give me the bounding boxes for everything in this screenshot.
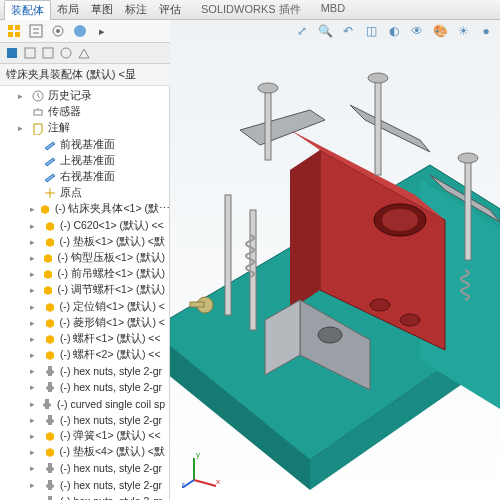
expander-icon[interactable]: ▸ [30, 447, 40, 457]
tree-node[interactable]: ▸(-) 定位销<1> (默认) < [0, 298, 169, 314]
fast-icon [43, 478, 57, 492]
tree-node[interactable]: ▸(-) 钻床夹具体<1> (默⋯ [0, 201, 169, 217]
expander-icon[interactable]: ▸ [30, 463, 40, 473]
part-icon [43, 300, 57, 314]
tree-node[interactable]: ▸(-) 前吊螺栓<1> (默认) [0, 266, 169, 282]
expander-icon[interactable]: ▸ [30, 415, 40, 425]
expander-icon[interactable]: ▸ [30, 318, 40, 328]
assembly-icon[interactable] [6, 23, 22, 39]
tree-node[interactable]: ▸(-) hex nuts, style 2-gr [0, 363, 169, 379]
tree-node[interactable]: ▸(-) 垫板<4> (默认) <默 [0, 444, 169, 460]
svg-point-13 [61, 48, 71, 58]
subtab-tree[interactable] [4, 45, 20, 61]
tree-node-label: (-) C620<1> (默认) << [60, 219, 164, 233]
graphics-viewport[interactable]: ⤢🔍↶◫◐👁🎨☀● [170, 20, 500, 500]
svg-rect-15 [34, 110, 42, 115]
tree-node[interactable]: ▸(-) 钩型压板<1> (默认) [0, 250, 169, 266]
tree-node[interactable]: ▸(-) 弹簧<1> (默认) << [0, 428, 169, 444]
config-icon[interactable] [50, 23, 66, 39]
expander-icon[interactable]: ▸ [18, 123, 28, 133]
tree-node[interactable]: ▸历史记录 [0, 88, 169, 104]
svg-line-47 [194, 480, 216, 486]
svg-rect-39 [375, 80, 381, 175]
tab-SOLIDWORKS 插件[interactable]: SOLIDWORKS 插件 [195, 0, 307, 20]
tab-MBD[interactable]: MBD [315, 0, 351, 20]
expander-icon[interactable]: ▸ [30, 480, 40, 490]
expander-icon[interactable]: ▸ [30, 496, 40, 500]
tree-node[interactable]: ▸(-) C620<1> (默认) << [0, 218, 169, 234]
expander-icon[interactable]: ▸ [30, 253, 38, 263]
tree-node[interactable]: ▸(-) curved single coil sp [0, 396, 169, 412]
tree-node[interactable]: 原点 [0, 185, 169, 201]
part-icon [43, 235, 57, 249]
tree-node-label: (-) hex nuts, style 2-gr [60, 495, 162, 500]
expander-icon[interactable]: ▸ [30, 204, 35, 214]
tree-node[interactable]: ▸(-) hex nuts, style 2-gr [0, 460, 169, 476]
tree-node-label: (-) hex nuts, style 2-gr [60, 381, 162, 393]
tree-node[interactable]: 上视基准面 [0, 153, 169, 169]
svg-marker-26 [290, 150, 320, 310]
tree-node-label: (-) curved single coil sp [57, 398, 165, 410]
expander-icon[interactable]: ▸ [30, 221, 40, 231]
svg-point-44 [368, 73, 388, 83]
part-icon [43, 429, 57, 443]
tree-node[interactable]: ▸(-) 螺杆<2> (默认) << [0, 347, 169, 363]
expander-icon[interactable]: ▸ [30, 302, 40, 312]
arrow-icon[interactable]: ▸ [94, 23, 110, 39]
tree-node[interactable]: ▸注解 [0, 120, 169, 136]
history-icon [31, 89, 45, 103]
tree-node[interactable]: ▸(-) hex nuts, style 2-gr [0, 379, 169, 395]
expander-icon[interactable]: ▸ [30, 366, 40, 376]
tree-node[interactable]: ▸(-) hex nuts, style 2-gr [0, 412, 169, 428]
expander-icon[interactable]: ▸ [30, 285, 38, 295]
property-icon[interactable] [28, 23, 44, 39]
tree-node-label: 传感器 [48, 105, 81, 119]
tree-node[interactable]: 前视基准面 [0, 137, 169, 153]
fast-icon [43, 461, 57, 475]
expander-icon[interactable]: ▸ [30, 237, 40, 247]
tree-node-label: (-) 定位销<1> (默认) < [60, 300, 165, 314]
expander-icon[interactable]: ▸ [30, 431, 40, 441]
part-icon [43, 445, 57, 459]
tree-node[interactable]: ▸(-) 调节螺杆<1> (默认) [0, 282, 169, 298]
svg-rect-1 [15, 25, 20, 30]
tab-布局[interactable]: 布局 [51, 0, 85, 20]
part-icon [41, 283, 55, 297]
expander-icon[interactable]: ▸ [30, 350, 40, 360]
view-triad[interactable]: y x z [182, 448, 222, 488]
expander-icon[interactable]: ▸ [30, 382, 40, 392]
feature-tree: ▸历史记录传感器▸注解前视基准面上视基准面右视基准面原点▸(-) 钻床夹具体<1… [0, 86, 170, 500]
tab-草图[interactable]: 草图 [85, 0, 119, 20]
subtab-2[interactable] [22, 45, 38, 61]
tree-node[interactable]: 右视基准面 [0, 169, 169, 185]
display-icon[interactable] [72, 23, 88, 39]
tab-标注[interactable]: 标注 [119, 0, 153, 20]
tree-node[interactable]: ▸(-) hex nuts, style 2-gr [0, 493, 169, 500]
tab-评估[interactable]: 评估 [153, 0, 187, 20]
expander-icon[interactable]: ▸ [30, 269, 38, 279]
tree-node-label: (-) 调节螺杆<1> (默认) [58, 283, 165, 297]
subtab-5[interactable] [76, 45, 92, 61]
fast-icon [43, 364, 57, 378]
part-icon [43, 316, 57, 330]
tree-node[interactable]: ▸(-) hex nuts, style 2-gr [0, 477, 169, 493]
fast-icon [43, 413, 57, 427]
subtab-3[interactable] [40, 45, 56, 61]
tree-node[interactable]: 传感器 [0, 104, 169, 120]
svg-marker-36 [350, 105, 430, 152]
tree-node-label: (-) 垫板<4> (默认) <默 [60, 445, 165, 459]
svg-point-9 [74, 25, 86, 37]
tree-node[interactable]: ▸(-) 螺杆<1> (默认) << [0, 331, 169, 347]
tree-node[interactable]: ▸(-) 垫板<1> (默认) <默 [0, 234, 169, 250]
svg-point-31 [400, 314, 420, 326]
expander-icon[interactable]: ▸ [30, 334, 40, 344]
tree-node-label: 原点 [60, 186, 82, 200]
svg-text:z: z [182, 480, 185, 488]
tree-node[interactable]: ▸(-) 菱形销<1> (默认) < [0, 315, 169, 331]
svg-rect-12 [43, 48, 53, 58]
expander-icon[interactable]: ▸ [18, 91, 28, 101]
subtab-4[interactable] [58, 45, 74, 61]
tab-装配体[interactable]: 装配体 [4, 0, 51, 21]
tree-root-title[interactable]: 镗床夹具装配体 (默认) <显 [0, 64, 170, 86]
expander-icon[interactable]: ▸ [30, 399, 37, 409]
